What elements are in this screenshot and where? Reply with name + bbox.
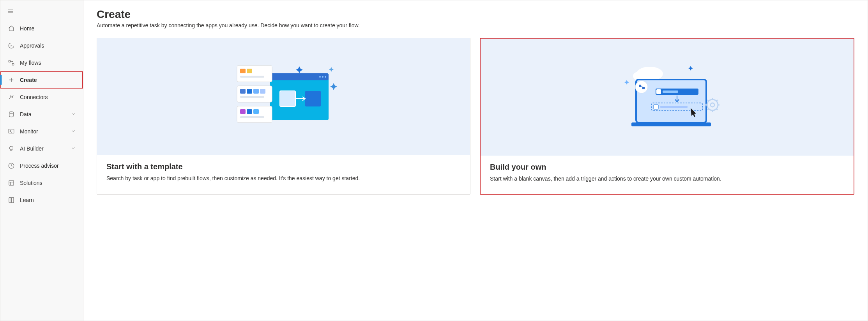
sidebar-toggle-row xyxy=(0,3,83,20)
card-title: Build your own xyxy=(490,163,844,172)
build-card-illustration xyxy=(481,39,854,156)
svg-rect-30 xyxy=(253,89,259,94)
process-advisor-icon xyxy=(7,162,15,170)
svg-point-55 xyxy=(711,103,714,107)
sidebar-item-label: Solutions xyxy=(20,180,77,186)
flow-icon xyxy=(7,59,15,67)
sidebar-item-learn[interactable]: Learn xyxy=(0,192,83,209)
card-body: Start with a template Search by task or … xyxy=(97,155,470,193)
solutions-icon xyxy=(7,179,15,187)
sidebar-item-process-advisor[interactable]: Process advisor xyxy=(0,157,83,174)
card-build-your-own[interactable]: Build your own Start with a blank canvas… xyxy=(480,38,854,195)
monitor-icon xyxy=(7,128,15,135)
template-card-illustration xyxy=(97,38,470,155)
sidebar-item-label: Data xyxy=(20,111,71,117)
approvals-icon xyxy=(7,42,15,50)
svg-rect-37 xyxy=(240,116,264,118)
svg-rect-20 xyxy=(280,91,295,106)
card-description: Search by task or app to find prebuilt f… xyxy=(106,174,461,183)
svg-rect-31 xyxy=(260,89,265,94)
sidebar-item-approvals[interactable]: Approvals xyxy=(0,37,83,54)
svg-rect-53 xyxy=(660,106,688,108)
svg-rect-8 xyxy=(9,129,14,133)
creation-cards-row: Start with a template Search by task or … xyxy=(97,38,854,195)
chevron-down-icon xyxy=(71,145,77,152)
sidebar-item-create[interactable]: Create xyxy=(0,71,83,89)
svg-rect-24 xyxy=(240,69,246,73)
svg-rect-28 xyxy=(240,89,246,94)
svg-rect-3 xyxy=(9,60,11,62)
app-root: Home Approvals My flows Create Connector xyxy=(0,0,868,321)
svg-line-61 xyxy=(716,109,718,110)
svg-rect-52 xyxy=(654,105,658,109)
page-title: Create xyxy=(97,8,854,21)
connector-icon xyxy=(7,93,15,101)
svg-point-17 xyxy=(322,76,324,78)
svg-point-54 xyxy=(707,99,718,110)
plus-icon xyxy=(7,76,15,84)
svg-point-18 xyxy=(325,76,326,78)
sidebar: Home Approvals My flows Create Connector xyxy=(0,0,83,321)
sidebar-item-label: Approvals xyxy=(20,43,77,49)
svg-rect-12 xyxy=(9,181,14,185)
svg-point-10 xyxy=(10,146,13,150)
main-content: Create Automate a repetitive task by con… xyxy=(83,0,868,321)
build-illustration-svg xyxy=(613,62,722,132)
sidebar-item-solutions[interactable]: Solutions xyxy=(0,174,83,192)
sidebar-item-label: Learn xyxy=(20,197,77,203)
svg-point-19 xyxy=(319,76,321,78)
template-illustration-svg xyxy=(229,62,338,132)
sidebar-item-label: Connectors xyxy=(20,94,77,100)
book-icon xyxy=(7,196,15,204)
svg-rect-42 xyxy=(631,122,711,126)
sidebar-item-connectors[interactable]: Connectors xyxy=(0,89,83,106)
svg-rect-29 xyxy=(247,89,252,94)
svg-rect-34 xyxy=(240,109,246,114)
svg-point-7 xyxy=(9,112,14,114)
card-description: Start with a blank canvas, then add a tr… xyxy=(490,175,844,183)
svg-rect-21 xyxy=(305,91,321,106)
sidebar-item-label: Create xyxy=(20,77,77,83)
sidebar-item-label: My flows xyxy=(20,60,77,66)
sidebar-item-label: Monitor xyxy=(20,128,71,135)
svg-rect-27 xyxy=(237,86,272,102)
sidebar-item-data[interactable]: Data xyxy=(0,106,83,123)
svg-line-63 xyxy=(716,100,718,101)
sidebar-item-monitor[interactable]: Monitor xyxy=(0,123,83,140)
chevron-down-icon xyxy=(71,111,77,117)
sidebar-item-label: Home xyxy=(20,25,77,32)
sidebar-item-label: Process advisor xyxy=(20,163,77,169)
chevron-down-icon xyxy=(71,128,77,135)
sidebar-item-label: AI Builder xyxy=(20,145,71,152)
sidebar-item-home[interactable]: Home xyxy=(0,20,83,37)
data-icon xyxy=(7,110,15,118)
svg-rect-49 xyxy=(663,90,678,93)
svg-point-43 xyxy=(635,81,648,93)
svg-line-60 xyxy=(707,100,709,101)
card-start-with-template[interactable]: Start with a template Search by task or … xyxy=(97,38,470,195)
svg-rect-48 xyxy=(656,89,661,94)
svg-rect-23 xyxy=(237,66,272,82)
card-title: Start with a template xyxy=(106,162,461,171)
ai-builder-icon xyxy=(7,145,15,153)
svg-rect-26 xyxy=(240,76,264,78)
svg-rect-32 xyxy=(240,96,264,98)
page-subtitle: Automate a repetitive task by connecting… xyxy=(97,22,854,28)
svg-point-9 xyxy=(10,131,11,132)
sidebar-item-ai-builder[interactable]: AI Builder xyxy=(0,140,83,157)
card-body: Build your own Start with a blank canvas… xyxy=(481,156,854,194)
svg-rect-35 xyxy=(247,109,252,114)
svg-rect-4 xyxy=(12,64,14,66)
svg-rect-25 xyxy=(247,69,252,73)
home-icon xyxy=(7,25,15,32)
svg-rect-44 xyxy=(639,85,641,87)
svg-rect-33 xyxy=(237,106,272,122)
svg-line-62 xyxy=(707,109,709,110)
svg-rect-36 xyxy=(253,109,259,114)
sidebar-item-my-flows[interactable]: My flows xyxy=(0,54,83,71)
hamburger-icon[interactable] xyxy=(7,7,14,15)
